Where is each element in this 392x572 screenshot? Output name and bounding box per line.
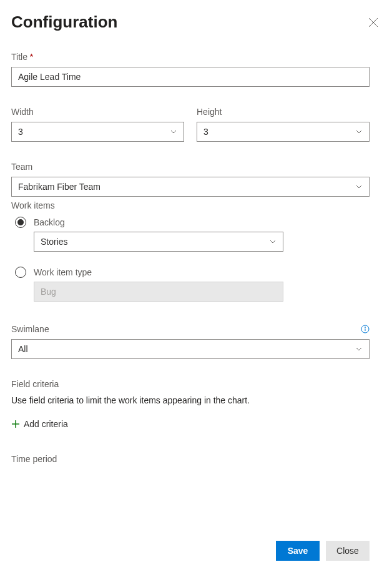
width-value: 3 [18, 127, 23, 137]
title-label: Title [11, 52, 370, 62]
chevron-down-icon [170, 128, 177, 136]
add-criteria-button[interactable]: Add criteria [11, 419, 68, 429]
work-item-type-radio-label[interactable]: Work item type [34, 267, 92, 277]
width-select[interactable]: 3 [11, 122, 184, 142]
work-items-heading: Work items [11, 200, 370, 210]
chevron-down-icon [355, 128, 363, 136]
save-button[interactable]: Save [276, 541, 320, 561]
height-select[interactable]: 3 [197, 122, 370, 142]
work-item-type-select: Bug [34, 282, 283, 302]
chevron-down-icon [355, 345, 363, 353]
swimlane-label: Swimlane [11, 324, 49, 334]
info-icon[interactable] [361, 325, 370, 333]
team-select[interactable]: Fabrikam Fiber Team [11, 177, 370, 197]
time-period-heading: Time period [11, 454, 370, 464]
close-icon [368, 17, 378, 27]
backlog-radio-label[interactable]: Backlog [34, 217, 65, 227]
backlog-value: Stories [41, 237, 68, 247]
chevron-down-icon [269, 238, 277, 245]
team-value: Fabrikam Fiber Team [18, 182, 100, 192]
team-label: Team [11, 162, 370, 172]
plus-icon [11, 420, 20, 428]
swimlane-value: All [18, 344, 28, 354]
work-item-type-value: Bug [41, 287, 56, 297]
field-criteria-heading: Field criteria [11, 379, 370, 389]
height-value: 3 [203, 127, 208, 137]
swimlane-select[interactable]: All [11, 339, 370, 359]
work-item-type-radio[interactable] [15, 267, 26, 278]
page-title: Configuration [11, 12, 117, 32]
chevron-down-icon [355, 183, 363, 190]
close-footer-button[interactable]: Close [326, 541, 370, 561]
svg-point-4 [365, 327, 366, 328]
field-criteria-description: Use field criteria to limit the work ite… [11, 395, 370, 405]
height-label: Height [197, 107, 370, 117]
width-label: Width [11, 107, 184, 117]
close-button[interactable] [366, 15, 381, 30]
backlog-select[interactable]: Stories [34, 232, 283, 252]
add-criteria-label: Add criteria [24, 419, 68, 429]
title-input[interactable] [11, 67, 370, 87]
backlog-radio[interactable] [15, 217, 26, 228]
